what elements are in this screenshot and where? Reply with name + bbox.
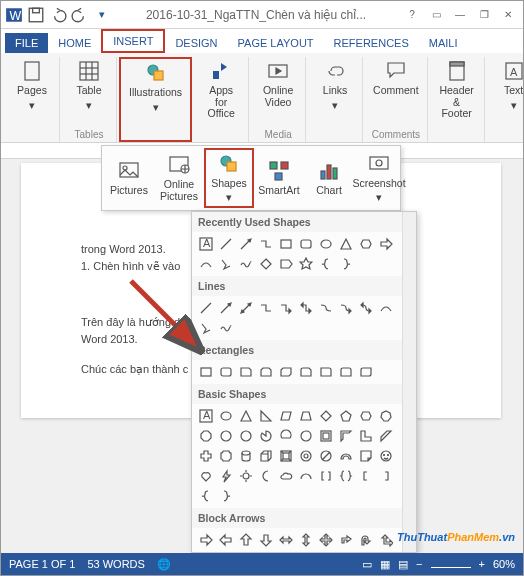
shape-diamond[interactable] bbox=[257, 255, 275, 273]
shape-chord[interactable] bbox=[277, 427, 295, 445]
shape-donut[interactable] bbox=[297, 447, 315, 465]
shape-cube[interactable] bbox=[257, 447, 275, 465]
shape-heptagon[interactable] bbox=[377, 407, 395, 425]
shape-oval[interactable] bbox=[317, 235, 335, 253]
word-count[interactable]: 53 WORDS bbox=[87, 558, 144, 570]
zoom-out[interactable]: − bbox=[416, 558, 422, 570]
shape-l[interactable] bbox=[357, 427, 375, 445]
shape-arc[interactable] bbox=[297, 467, 315, 485]
shape-decagon[interactable] bbox=[217, 427, 235, 445]
shape-curve[interactable] bbox=[377, 299, 395, 317]
restore-icon[interactable]: ❐ bbox=[473, 6, 495, 24]
help-icon[interactable]: ? bbox=[401, 6, 423, 24]
shape-pentagon[interactable] bbox=[277, 255, 295, 273]
shape-left-brace[interactable] bbox=[317, 255, 335, 273]
shape-right-arrow[interactable] bbox=[377, 235, 395, 253]
illustrations-button[interactable]: Illustrations▾ bbox=[127, 59, 184, 116]
shape-left-bracket[interactable] bbox=[357, 467, 375, 485]
shape-left-brace[interactable] bbox=[197, 487, 215, 505]
shape-parallelogram[interactable] bbox=[277, 407, 295, 425]
zoom-slider[interactable] bbox=[431, 567, 471, 568]
shape-half-frame[interactable] bbox=[337, 427, 355, 445]
shape-plus[interactable] bbox=[197, 447, 215, 465]
scrollbar[interactable] bbox=[402, 212, 416, 552]
shape-bentup-arrow[interactable] bbox=[197, 551, 215, 552]
shape-diagstripe[interactable] bbox=[377, 427, 395, 445]
shape-dodecagon[interactable] bbox=[237, 427, 255, 445]
shape-curved-left[interactable] bbox=[237, 551, 255, 552]
tab-home[interactable]: HOME bbox=[48, 33, 101, 53]
shape-uturn-arrow[interactable] bbox=[357, 531, 375, 549]
header-footer-button[interactable]: Header & Footer bbox=[436, 57, 478, 122]
shape-callout-right[interactable] bbox=[377, 551, 395, 552]
shape-curved-double[interactable] bbox=[357, 299, 375, 317]
shape-leftup-arrow[interactable] bbox=[377, 531, 395, 549]
shape-left-arrow[interactable] bbox=[217, 531, 235, 549]
shape-triangle[interactable] bbox=[237, 407, 255, 425]
save-icon[interactable] bbox=[27, 6, 45, 24]
shape-oval[interactable] bbox=[217, 407, 235, 425]
apps-button[interactable]: Apps for Office bbox=[200, 57, 242, 122]
shape-round1[interactable] bbox=[317, 363, 335, 381]
shape-updown-arrow[interactable] bbox=[297, 531, 315, 549]
shape-double-brace[interactable] bbox=[337, 467, 355, 485]
shape-nosymbol[interactable] bbox=[317, 447, 335, 465]
shape-bevel[interactable] bbox=[277, 447, 295, 465]
shape-freeform[interactable] bbox=[197, 319, 215, 337]
shape-arrow-line[interactable] bbox=[217, 299, 235, 317]
shape-scribble[interactable] bbox=[217, 319, 235, 337]
shape-curved-conn[interactable] bbox=[317, 299, 335, 317]
shape-textbox[interactable]: A bbox=[197, 235, 215, 253]
shape-frame[interactable] bbox=[317, 427, 335, 445]
redo-icon[interactable] bbox=[71, 6, 89, 24]
shape-chevron[interactable] bbox=[357, 551, 375, 552]
shape-right-triangle[interactable] bbox=[257, 407, 275, 425]
shape-arrow-line[interactable] bbox=[237, 235, 255, 253]
shape-teardrop[interactable] bbox=[297, 427, 315, 445]
table-button[interactable]: Table▾ bbox=[68, 57, 110, 114]
zoom-in[interactable]: + bbox=[479, 558, 485, 570]
chart-button[interactable]: Chart bbox=[304, 157, 354, 199]
shape-snip1[interactable] bbox=[237, 363, 255, 381]
shape-right-arrow[interactable] bbox=[197, 531, 215, 549]
pages-button[interactable]: Pages▾ bbox=[11, 57, 53, 114]
shape-sniproundrect[interactable] bbox=[297, 363, 315, 381]
shape-elbow[interactable] bbox=[257, 299, 275, 317]
shape-elbow-arrow[interactable] bbox=[277, 299, 295, 317]
shape-round2same[interactable] bbox=[337, 363, 355, 381]
shape-down-arrow[interactable] bbox=[257, 531, 275, 549]
shape-double-bracket[interactable] bbox=[317, 467, 335, 485]
shape-heart[interactable] bbox=[197, 467, 215, 485]
links-button[interactable]: Links▾ bbox=[314, 57, 356, 114]
shape-trapezoid[interactable] bbox=[297, 407, 315, 425]
shape-line[interactable] bbox=[197, 299, 215, 317]
shape-elbow[interactable] bbox=[257, 235, 275, 253]
shape-line[interactable] bbox=[217, 235, 235, 253]
shape-striped-arrow[interactable] bbox=[297, 551, 315, 552]
shape-roundrect[interactable] bbox=[217, 363, 235, 381]
shape-up-arrow[interactable] bbox=[237, 531, 255, 549]
zoom-level[interactable]: 60% bbox=[493, 558, 515, 570]
shape-bent-arrow[interactable] bbox=[337, 531, 355, 549]
shape-quad-arrow[interactable] bbox=[317, 531, 335, 549]
view-readmode-icon[interactable]: ▭ bbox=[362, 558, 372, 571]
tab-mailings[interactable]: MAILI bbox=[419, 33, 468, 53]
ribbon-display-icon[interactable]: ▭ bbox=[425, 6, 447, 24]
shape-diamond[interactable] bbox=[317, 407, 335, 425]
shape-double-arrow[interactable] bbox=[237, 299, 255, 317]
shape-octagon[interactable] bbox=[197, 427, 215, 445]
shape-freeform[interactable] bbox=[217, 255, 235, 273]
shape-hexagon[interactable] bbox=[357, 235, 375, 253]
shape-elbow-double[interactable] bbox=[297, 299, 315, 317]
word-icon[interactable]: W bbox=[5, 6, 23, 24]
shape-sun[interactable] bbox=[237, 467, 255, 485]
shape-blockarc[interactable] bbox=[337, 447, 355, 465]
shape-curve[interactable] bbox=[197, 255, 215, 273]
screenshot-button[interactable]: Screenshot▾ bbox=[354, 150, 404, 207]
video-button[interactable]: Online Video bbox=[257, 57, 299, 110]
view-print-icon[interactable]: ▦ bbox=[380, 558, 390, 571]
page-indicator[interactable]: PAGE 1 OF 1 bbox=[9, 558, 75, 570]
shape-right-brace[interactable] bbox=[337, 255, 355, 273]
tab-file[interactable]: FILE bbox=[5, 33, 48, 53]
tab-page-layout[interactable]: PAGE LAYOUT bbox=[228, 33, 324, 53]
